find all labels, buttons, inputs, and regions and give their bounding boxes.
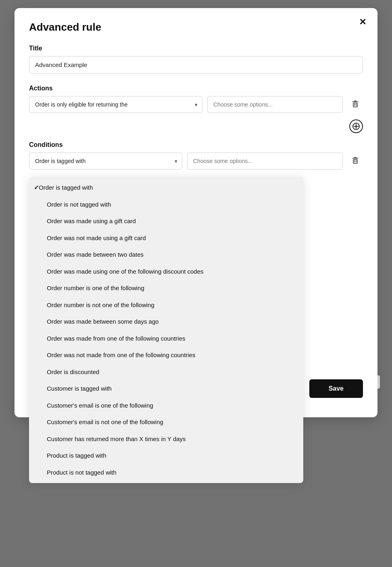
dropdown-item[interactable]: Customer is tagged with	[29, 380, 303, 397]
title-input[interactable]	[29, 56, 363, 73]
action-select[interactable]: Order is only eligible for returning the	[29, 96, 202, 113]
dropdown-item[interactable]: Customer has returned more than X times …	[29, 431, 303, 448]
svg-rect-2	[353, 159, 357, 163]
actions-section: Actions Order is only eligible for retur…	[29, 85, 363, 133]
title-section: Title	[29, 45, 363, 85]
dropdown-item[interactable]: Product is not tagged with	[29, 464, 303, 481]
dropdown-item[interactable]: Order number is one of the following	[29, 280, 303, 297]
modal-title: Advanced rule	[29, 21, 363, 33]
conditions-wrapper: Order is tagged with ▾	[29, 153, 363, 169]
action-select-wrapper: Order is only eligible for returning the…	[29, 96, 202, 113]
dropdown-item[interactable]: Product is tagged with	[29, 447, 303, 464]
svg-rect-0	[353, 103, 357, 107]
dropdown-item[interactable]: Order is tagged with	[29, 179, 303, 196]
dropdown-item[interactable]: Order is discounted	[29, 364, 303, 381]
modal-backdrop: United Kingdom ✕ Advanced rule Title Act…	[0, 0, 392, 567]
dropdown-item[interactable]: Order was made using one of the followin…	[29, 263, 303, 280]
trash-icon	[351, 99, 360, 108]
close-button[interactable]: ✕	[357, 16, 368, 28]
title-section-label: Title	[29, 45, 363, 52]
save-button[interactable]: Save	[309, 379, 363, 398]
condition-row: Order is tagged with ▾	[29, 153, 363, 169]
advanced-rule-modal: ✕ Advanced rule Title Actions Order is o…	[15, 8, 377, 417]
plus-icon	[352, 123, 360, 130]
condition-select-wrapper: Order is tagged with ▾	[29, 153, 182, 169]
condition-delete-button[interactable]	[348, 154, 363, 168]
actions-add-row	[29, 119, 363, 133]
condition-select[interactable]: Order is tagged with	[29, 153, 182, 169]
dropdown-item[interactable]: Order was made from one of the following…	[29, 330, 303, 347]
actions-label: Actions	[29, 85, 363, 92]
dropdown-item[interactable]: Order number is not one of the following	[29, 297, 303, 314]
add-action-button[interactable]	[349, 119, 363, 133]
condition-dropdown: Order is tagged withOrder is not tagged …	[29, 177, 303, 483]
condition-value-input[interactable]	[187, 153, 343, 169]
conditions-section: Conditions Order is tagged with ▾	[29, 141, 363, 398]
trash-icon	[351, 156, 360, 165]
dropdown-item[interactable]: Order was made using a gift card	[29, 213, 303, 230]
dropdown-item[interactable]: Order was not made from one of the follo…	[29, 347, 303, 364]
dropdown-item[interactable]: Order is not tagged with	[29, 196, 303, 213]
action-delete-button[interactable]	[348, 98, 363, 112]
action-row: Order is only eligible for returning the…	[29, 96, 363, 113]
dropdown-item[interactable]: Order was made between two dates	[29, 246, 303, 263]
action-options-input[interactable]	[207, 96, 343, 113]
conditions-label: Conditions	[29, 141, 363, 149]
dropdown-item[interactable]: Customer's email is not one of the follo…	[29, 414, 303, 431]
dropdown-item[interactable]: Order was not made using a gift card	[29, 230, 303, 247]
dropdown-item[interactable]: Customer's email is one of the following	[29, 397, 303, 414]
dropdown-item[interactable]: Order was made between some days ago	[29, 313, 303, 330]
